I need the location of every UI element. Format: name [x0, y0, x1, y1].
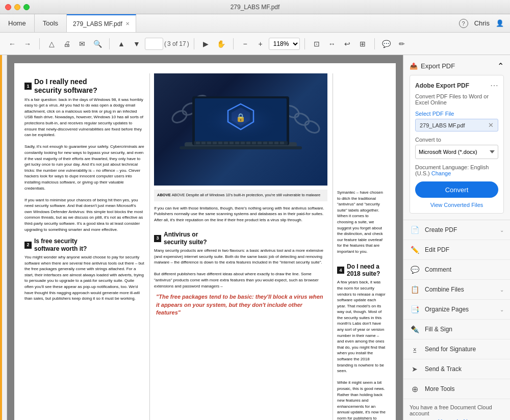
combine-files-label: Combine Files [425, 286, 495, 293]
adobe-export-menu-icon[interactable]: ⋯ [490, 81, 498, 90]
svg-rect-18 [213, 142, 217, 144]
section2-num: 2 [24, 242, 32, 249]
rotate-button[interactable]: ↩ [340, 37, 354, 51]
file-chip-close-icon[interactable]: ✕ [488, 121, 494, 129]
svg-rect-16 [201, 142, 206, 144]
toolbar-sep-3 [194, 38, 194, 49]
select-tool-button[interactable]: ▶ [199, 37, 213, 51]
scroll-button[interactable]: ⊞ [355, 37, 370, 51]
tools-list: 📄 Create PDF ⌄ ✏️ Edit PDF 💬 Comment 📋 C… [403, 220, 510, 399]
tool-send-track[interactable]: ➤ Send & Track [403, 359, 510, 379]
tab-file-label: 279_LABS MF.pdf [73, 20, 122, 28]
tab-tools[interactable]: Tools [35, 14, 67, 32]
pdf-page: 1 Do I really needsecurity software? It'… [14, 63, 396, 420]
doc-lang-row: Document Language: English (U.S.) Change [415, 164, 498, 176]
cloud-notice: You have a free Document Cloud account U… [403, 399, 510, 420]
tool-send-signature[interactable]: x̲ Send for Signature [403, 339, 510, 359]
hand-tool-button[interactable]: ✋ [214, 37, 228, 51]
svg-rect-19 [218, 142, 222, 144]
svg-rect-28 [269, 142, 273, 144]
help-button[interactable]: ? [459, 19, 468, 28]
back-button[interactable]: ← [5, 37, 19, 51]
cloud-notice-text: You have a free Document Cloud account [410, 404, 492, 416]
section3-body: Many security products are offered in tw… [154, 248, 327, 289]
tab-tools-label: Tools [43, 19, 58, 27]
col1: 1 Do I really needsecurity software? It'… [24, 73, 144, 420]
comment-label: Comment [425, 266, 504, 273]
svg-rect-21 [230, 142, 234, 144]
toolbar-page-group: ▲ ▼ 80 ( 3 of 17 ) [114, 37, 189, 51]
print-button[interactable]: 🖨 [60, 37, 74, 51]
fit-page-button[interactable]: ⊡ [310, 37, 324, 51]
export-pdf-label: Export PDF [421, 62, 455, 70]
search-button[interactable]: 🔍 [90, 37, 105, 51]
tool-comment[interactable]: 💬 Comment [403, 260, 510, 280]
hero-caption: ABOVE ABOVE Despite all of Windows 10's … [154, 190, 327, 201]
toolbar-comment-group: 💬 ✏ [379, 37, 409, 51]
tab-close-icon[interactable]: ✕ [125, 21, 130, 27]
fill-sign-icon: ✒️ [410, 324, 420, 334]
section3-header: 3 Antivirus orsecurity suite? [154, 231, 327, 246]
tab-bar: Home Tools 279_LABS MF.pdf ✕ ? Chris 👤 [0, 14, 510, 33]
page-number-input[interactable]: 80 [145, 38, 163, 50]
doc-lang-change-link[interactable]: Change [431, 170, 451, 176]
tool-combine-files[interactable]: 📋 Combine Files ⌄ [403, 280, 510, 300]
tool-more-tools[interactable]: ⊕ More Tools [403, 379, 510, 399]
forward-button[interactable]: → [20, 37, 35, 51]
section1-body: It's a fair question: back in the days o… [24, 97, 144, 233]
yellow-accent-bar [0, 55, 2, 420]
next-page-button[interactable]: ▼ [130, 37, 144, 51]
tab-file[interactable]: 279_LABS MF.pdf ✕ [67, 14, 136, 32]
convert-button[interactable]: Convert [415, 181, 498, 198]
tool-organize-pages[interactable]: 📑 Organize Pages ⌄ [403, 300, 510, 320]
svg-point-0 [170, 109, 189, 125]
doc-lang-label: Document Language: [415, 164, 469, 170]
svg-rect-26 [258, 142, 262, 144]
toolbar-sep-1 [39, 38, 40, 49]
svg-rect-7 [180, 146, 302, 149]
toolbar-zoom-group: − + 50% 75% 100% 118% 125% 150% 200% [238, 37, 300, 51]
main-area: 1 Do I really needsecurity software? It'… [0, 55, 510, 420]
close-button[interactable] [5, 4, 11, 10]
laptop-svg: 🔒 [154, 76, 327, 183]
zoom-in-button[interactable]: + [253, 37, 268, 51]
organize-chevron-icon: ⌄ [500, 307, 504, 312]
zoom-select[interactable]: 50% 75% 100% 118% 125% 150% 200% [269, 38, 300, 50]
tool-create-pdf[interactable]: 📄 Create PDF ⌄ [403, 220, 510, 240]
convert-to-select[interactable]: Microsoft Word (*.docx) Microsoft Excel … [415, 145, 498, 159]
send-track-label: Send & Track [425, 365, 504, 373]
prev-page-button[interactable]: ▲ [114, 37, 129, 51]
page-total: ( [164, 40, 166, 47]
caption-text: ABOVE Despite all of Windows 10's built-… [172, 193, 320, 197]
svg-rect-24 [246, 142, 250, 144]
view-converted-link[interactable]: View Converted Files [415, 202, 498, 208]
more-tools-label: More Tools [425, 385, 504, 392]
toolbar-nav-group: ← → [5, 37, 35, 51]
svg-rect-17 [207, 142, 211, 144]
tab-home-label: Home [8, 19, 26, 27]
toolbar-sep-4 [233, 38, 234, 49]
svg-rect-13 [195, 98, 287, 143]
hero-image: 🔒 [154, 73, 327, 186]
pencil-button[interactable]: ✏ [395, 37, 409, 51]
pdf-viewer[interactable]: 1 Do I really needsecurity software? It'… [7, 55, 403, 420]
toolbar-tools-group: △ 🖨 ✉ 🔍 [44, 37, 105, 51]
tab-home[interactable]: Home [0, 14, 35, 32]
toolbar-sep-2 [109, 38, 110, 49]
toolbar-sep-6 [374, 38, 375, 49]
email-button[interactable]: ✉ [75, 37, 89, 51]
maximize-button[interactable] [23, 4, 30, 10]
export-pdf-header[interactable]: 📤 Export PDF ⌃ [410, 61, 504, 71]
col2: 🔒 [149, 73, 327, 420]
fit-width-button[interactable]: ↔ [325, 37, 339, 51]
tool-edit-pdf[interactable]: ✏️ Edit PDF [403, 240, 510, 260]
zoom-out-button[interactable]: − [238, 37, 252, 51]
comment-button[interactable]: 💬 [379, 37, 394, 51]
minimize-button[interactable] [14, 4, 20, 10]
export-pdf-icon: 📤 [410, 62, 418, 70]
select-pdf-label: Select PDF File [415, 111, 498, 117]
user-name[interactable]: Chris [474, 19, 490, 27]
tool-fill-sign[interactable]: ✒️ Fill & Sign [403, 320, 510, 339]
create-button[interactable]: △ [44, 37, 59, 51]
export-chevron-up-icon: ⌃ [497, 61, 504, 71]
